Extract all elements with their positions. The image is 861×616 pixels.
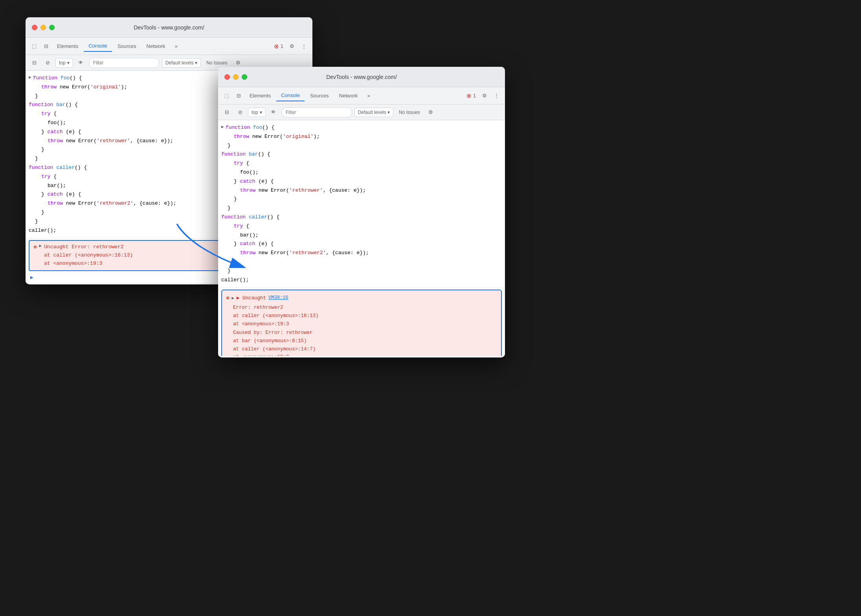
context-label-2: top xyxy=(252,110,258,115)
vm-link[interactable]: VM30:16 xyxy=(268,294,288,302)
console-content-2: ▶ function foo() { throw new Error('orig… xyxy=(218,120,505,356)
minimize-button-1[interactable] xyxy=(40,25,46,30)
error-stack-line-1: at caller (<anonymous>:16:13) xyxy=(44,251,133,260)
error-uncaught-label: ▶ Uncaught xyxy=(237,294,266,302)
device-icon-1[interactable]: ⊟ xyxy=(40,41,51,52)
context-arrow-icon-2: ▾ xyxy=(260,110,262,115)
code-section-2: ▶ function foo() { throw new Error('orig… xyxy=(218,120,505,288)
expand-arrow-1[interactable]: ▶ xyxy=(29,74,31,81)
tab-elements-2[interactable]: Elements xyxy=(245,90,275,101)
minimize-button-2[interactable] xyxy=(233,74,239,80)
window-title-1: DevTools - www.google.com/ xyxy=(134,24,204,31)
maximize-button-2[interactable] xyxy=(242,74,247,80)
sidebar-icon-1[interactable]: ⊟ xyxy=(29,57,40,68)
eye-icon-2[interactable]: 👁 xyxy=(268,107,279,118)
inspect-icon-2[interactable]: ⬚ xyxy=(221,90,232,101)
devtools-window-2: DevTools - www.google.com/ ⬚ ⊟ Elements … xyxy=(218,67,505,358)
filter-input-2[interactable] xyxy=(281,107,352,117)
error-line-2: at <anonymous>:19:3 xyxy=(233,320,497,328)
expand-arrow-2[interactable]: ▶ xyxy=(221,124,224,131)
more-icon-1[interactable]: ⋮ xyxy=(298,41,309,52)
title-bar-2: DevTools - www.google.com/ xyxy=(218,67,505,87)
code-line-2-13: bar(); xyxy=(218,231,505,240)
window-title-2: DevTools - www.google.com/ xyxy=(326,74,397,80)
error-body-enhanced: Error: rethrower2 at caller (<anonymous>… xyxy=(226,304,497,356)
error-expand-enhanced[interactable]: ▶ xyxy=(231,295,234,302)
error-line-1: at caller (<anonymous>:16:13) xyxy=(233,312,497,320)
no-issues-btn-2[interactable]: No Issues xyxy=(396,108,423,117)
code-line-2-5: try { xyxy=(218,159,505,168)
eye-icon-1[interactable]: 👁 xyxy=(75,57,86,68)
error-line-5: at caller (<anonymous>:14:7) xyxy=(233,345,497,354)
filter-input-1[interactable] xyxy=(89,58,160,68)
title-bar-1: DevTools - www.google.com/ xyxy=(26,17,312,38)
tab-console-2[interactable]: Console xyxy=(276,90,305,101)
code-line-2-18: caller(); xyxy=(218,276,505,285)
tab-network-1[interactable]: Network xyxy=(142,41,170,51)
context-arrow-icon-1: ▾ xyxy=(67,60,70,66)
error-expand-1[interactable]: ▶ xyxy=(39,243,42,248)
tab-sources-1[interactable]: Sources xyxy=(113,41,141,51)
code-line-2-7: } catch (e) { xyxy=(218,177,505,186)
code-line-2-17: } xyxy=(218,267,505,276)
tab-bar-2: ⬚ ⊟ Elements Console Sources Network » ⊗… xyxy=(218,87,505,104)
error-circle-icon-2: ⊗ xyxy=(466,92,472,99)
tab-sources-2[interactable]: Sources xyxy=(305,90,334,101)
error-line-3: Caused by: Error: rethrower xyxy=(233,329,497,337)
code-line-2-6: foo(); xyxy=(218,168,505,177)
no-issues-btn-1[interactable]: No Issues xyxy=(203,59,230,67)
tab-elements-1[interactable]: Elements xyxy=(52,41,83,51)
levels-btn-1[interactable]: Default levels ▾ xyxy=(162,58,201,68)
toolbar-2: ⊟ ⊘ top ▾ 👁 Default levels ▾ No Issues ⚙ xyxy=(218,104,505,120)
code-line-2-10: } xyxy=(218,204,505,213)
settings-icon-2[interactable]: ⚙ xyxy=(479,90,490,101)
error-icon-enhanced: ⊗ xyxy=(226,294,229,303)
code-line-2-11: function caller() { xyxy=(218,213,505,222)
error-line-4: at bar (<anonymous>:8:15) xyxy=(233,337,497,345)
clear-icon-2[interactable]: ⊘ xyxy=(235,107,246,118)
error-text-1: Uncaught Error: rethrower2 at caller (<a… xyxy=(44,243,133,268)
code-line-2-12: try { xyxy=(218,222,505,231)
maximize-button-1[interactable] xyxy=(49,25,55,30)
inspect-icon-1[interactable]: ⬚ xyxy=(29,41,40,52)
error-icon-1: ⊗ xyxy=(33,244,37,250)
tab-network-2[interactable]: Network xyxy=(334,90,363,101)
code-line-2-9: } xyxy=(218,195,505,204)
code-line-2-1: ▶ function foo() { xyxy=(218,123,505,132)
error-badge-1[interactable]: ⊗ 1 xyxy=(272,41,286,51)
code-line-2-4: function bar() { xyxy=(218,150,505,159)
settings2-icon-2[interactable]: ⚙ xyxy=(425,107,436,118)
prompt-arrow-1: ▶ xyxy=(30,274,33,280)
error-count-2: 1 xyxy=(473,93,476,99)
traffic-lights-2 xyxy=(224,74,247,80)
error-title-1: Uncaught Error: rethrower2 xyxy=(44,243,133,251)
settings-icon-1[interactable]: ⚙ xyxy=(286,41,297,52)
tab-bar-1: ⬚ ⊟ Elements Console Sources Network » ⊗… xyxy=(26,38,312,55)
error-header-enhanced: ⊗ ▶ ▶ Uncaught VM30:16 xyxy=(226,293,497,303)
code-line-2-3: } xyxy=(218,141,505,150)
error-line-6: at <anonymous>:19:3 xyxy=(233,353,497,356)
sidebar-icon-2[interactable]: ⊟ xyxy=(221,107,232,118)
tab-console-1[interactable]: Console xyxy=(84,40,112,52)
more-tabs-icon-1[interactable]: » xyxy=(171,41,182,52)
error-count-1: 1 xyxy=(281,43,283,49)
levels-btn-2[interactable]: Default levels ▾ xyxy=(354,108,393,117)
error-circle-icon-1: ⊗ xyxy=(274,43,279,50)
code-line-2-16: } xyxy=(218,258,505,267)
more-icon-2[interactable]: ⋮ xyxy=(491,90,502,101)
code-line-2-2: throw new Error('original'); xyxy=(218,132,505,141)
context-selector-1[interactable]: top ▾ xyxy=(55,58,73,68)
code-line-2-15: throw new Error('rethrower2', {cause: e}… xyxy=(218,249,505,258)
error-box-enhanced: ⊗ ▶ ▶ Uncaught VM30:16 Error: rethrower2… xyxy=(221,290,502,356)
error-line-0: Error: rethrower2 xyxy=(233,304,497,312)
clear-icon-1[interactable]: ⊘ xyxy=(42,57,53,68)
more-tabs-icon-2[interactable]: » xyxy=(363,90,374,101)
error-badge-2[interactable]: ⊗ 1 xyxy=(464,91,478,101)
error-stack-line-2: at <anonymous>:19:3 xyxy=(44,260,133,268)
device-icon-2[interactable]: ⊟ xyxy=(233,90,244,101)
code-line-2-14: } catch (e) { xyxy=(218,240,505,249)
code-line-2-8: throw new Error('rethrower', {cause: e})… xyxy=(218,186,505,195)
close-button-2[interactable] xyxy=(224,74,230,80)
close-button-1[interactable] xyxy=(32,25,37,30)
context-selector-2[interactable]: top ▾ xyxy=(248,108,266,117)
